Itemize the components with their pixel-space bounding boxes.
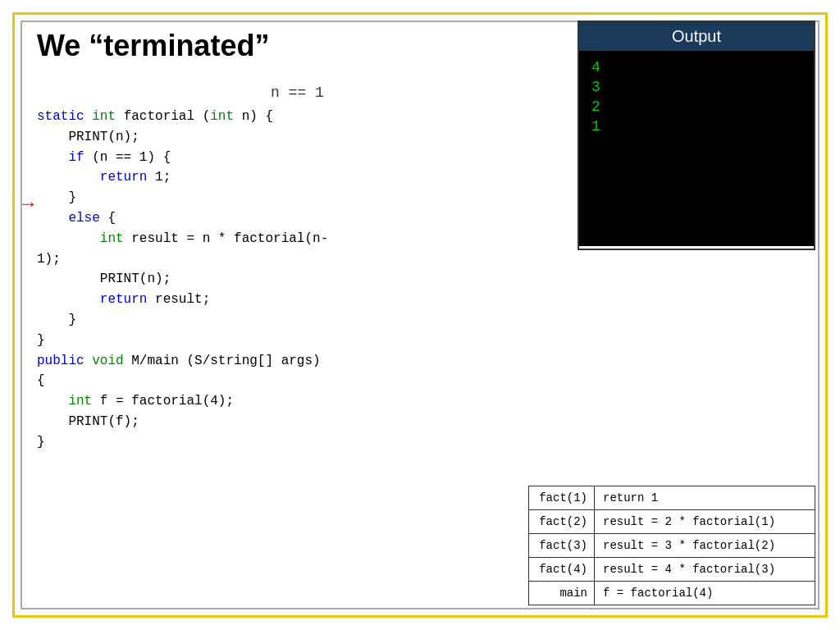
output-line: 4 xyxy=(591,59,801,75)
call-stack-table: fact(1)return 1fact(2)result = 2 * facto… xyxy=(528,486,815,605)
code-line: int f = factorial(4); xyxy=(37,391,553,412)
call-stack-label: main xyxy=(529,582,595,605)
call-stack-value: result = 2 * factorial(1) xyxy=(595,510,815,533)
code-line: } xyxy=(37,310,553,331)
call-stack-label: fact(4) xyxy=(529,558,595,581)
code-line: { xyxy=(37,371,553,391)
code-line: else { xyxy=(37,208,553,229)
call-stack-value: f = factorial(4) xyxy=(595,582,815,605)
call-stack-row: fact(3)result = 3 * factorial(2) xyxy=(529,534,815,558)
code-line: } xyxy=(37,331,553,351)
code-line: } xyxy=(37,188,553,208)
code-line: int result = n * factorial(n- xyxy=(37,229,553,249)
output-header: Output xyxy=(579,22,814,51)
code-line: static int factorial (int n) { xyxy=(37,107,553,127)
output-line: 1 xyxy=(591,118,801,135)
code-line: return 1; xyxy=(37,167,553,188)
code-line: 1); xyxy=(37,249,553,270)
call-stack-value: result = 4 * factorial(3) xyxy=(595,558,815,581)
page-title: We “terminated” xyxy=(37,29,269,63)
code-line: public void M/main (S/string[] args) xyxy=(37,351,553,372)
code-area: static int factorial (int n) { PRINT(n);… xyxy=(37,107,553,605)
n-equals-label: n == 1 xyxy=(271,84,324,101)
call-stack-row: fact(2)result = 2 * factorial(1) xyxy=(529,510,815,534)
call-stack-row: fact(1)return 1 xyxy=(529,486,815,510)
output-body: 4321 xyxy=(579,51,814,246)
call-stack-label: fact(1) xyxy=(529,486,595,509)
code-line: PRINT(f); xyxy=(37,412,553,432)
output-line: 2 xyxy=(591,98,801,115)
call-stack-row: fact(4)result = 4 * factorial(3) xyxy=(529,558,815,582)
call-stack-value: result = 3 * factorial(2) xyxy=(595,534,815,557)
code-line: if (n == 1) { xyxy=(37,148,553,168)
call-stack-label: fact(2) xyxy=(529,510,595,533)
call-stack-row: mainf = factorial(4) xyxy=(529,582,815,605)
call-stack-value: return 1 xyxy=(595,486,815,509)
code-line: return result; xyxy=(37,290,553,310)
code-line: PRINT(n); xyxy=(37,127,553,148)
code-line: } xyxy=(37,432,553,453)
output-line: 3 xyxy=(591,79,801,95)
call-stack-label: fact(3) xyxy=(529,534,595,557)
code-line: PRINT(n); xyxy=(37,269,553,290)
output-box: Output 4321 xyxy=(578,21,815,250)
